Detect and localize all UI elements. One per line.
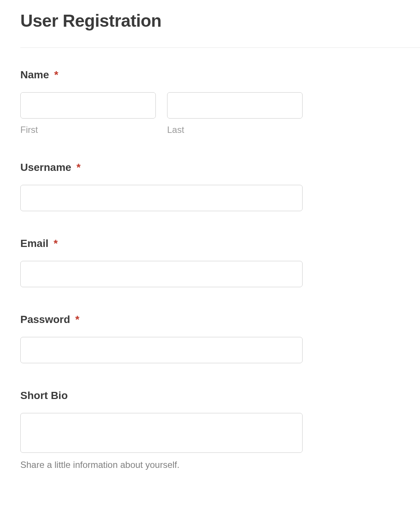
email-label: Email * xyxy=(20,238,420,250)
required-asterisk: * xyxy=(53,238,58,249)
page-title: User Registration xyxy=(20,11,420,31)
last-name-input[interactable] xyxy=(167,92,303,119)
password-label-text: Password xyxy=(20,314,70,325)
field-group-password: Password * xyxy=(20,314,420,363)
first-name-sublabel: First xyxy=(20,125,156,135)
required-asterisk: * xyxy=(75,314,79,325)
divider xyxy=(20,47,420,48)
name-label: Name * xyxy=(20,69,420,81)
bio-textarea[interactable] xyxy=(20,413,303,453)
username-label: Username * xyxy=(20,161,420,174)
last-name-col: Last xyxy=(167,92,303,135)
username-input[interactable] xyxy=(20,185,303,211)
password-input[interactable] xyxy=(20,337,303,363)
bio-label: Short Bio xyxy=(20,390,420,402)
required-asterisk: * xyxy=(54,69,58,81)
field-group-email: Email * xyxy=(20,238,420,287)
last-name-sublabel: Last xyxy=(167,125,303,135)
name-label-text: Name xyxy=(20,69,49,81)
password-label: Password * xyxy=(20,314,420,326)
required-asterisk: * xyxy=(76,161,81,173)
field-group-name: Name * First Last xyxy=(20,69,420,135)
bio-label-text: Short Bio xyxy=(20,390,68,401)
field-group-bio: Short Bio Share a little information abo… xyxy=(20,390,420,470)
first-name-input[interactable] xyxy=(20,92,156,119)
email-label-text: Email xyxy=(20,238,49,249)
username-label-text: Username xyxy=(20,161,71,173)
field-group-username: Username * xyxy=(20,161,420,211)
email-input[interactable] xyxy=(20,261,303,287)
first-name-col: First xyxy=(20,92,156,135)
bio-helper-text: Share a little information about yoursel… xyxy=(20,460,420,470)
name-row: First Last xyxy=(20,92,303,135)
